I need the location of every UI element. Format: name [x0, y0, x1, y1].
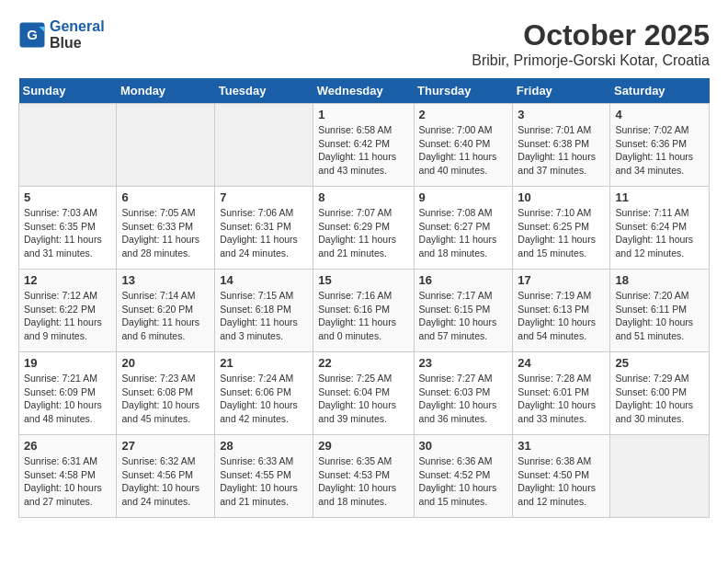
day-detail: Sunrise: 6:35 AM Sunset: 4:53 PM Dayligh… [318, 454, 408, 509]
day-detail: Sunrise: 6:33 AM Sunset: 4:55 PM Dayligh… [220, 454, 308, 509]
calendar-week-row: 26Sunrise: 6:31 AM Sunset: 4:58 PM Dayli… [19, 435, 710, 518]
calendar-cell: 12Sunrise: 7:12 AM Sunset: 6:22 PM Dayli… [19, 270, 117, 352]
calendar-cell: 15Sunrise: 7:16 AM Sunset: 6:16 PM Dayli… [313, 270, 414, 352]
day-number: 9 [419, 190, 508, 204]
day-number: 14 [220, 273, 308, 287]
calendar-week-row: 12Sunrise: 7:12 AM Sunset: 6:22 PM Dayli… [19, 270, 710, 352]
calendar-cell: 25Sunrise: 7:29 AM Sunset: 6:00 PM Dayli… [610, 352, 710, 435]
header-monday: Monday [117, 78, 215, 104]
day-number: 17 [518, 273, 605, 287]
day-detail: Sunrise: 7:12 AM Sunset: 6:22 PM Dayligh… [24, 289, 111, 343]
header-friday: Friday [513, 78, 610, 104]
day-detail: Sunrise: 6:32 AM Sunset: 4:56 PM Dayligh… [121, 454, 210, 509]
day-detail: Sunrise: 7:05 AM Sunset: 6:33 PM Dayligh… [121, 206, 210, 260]
calendar-cell: 2Sunrise: 7:00 AM Sunset: 6:40 PM Daylig… [414, 104, 513, 187]
calendar-cell: 9Sunrise: 7:08 AM Sunset: 6:27 PM Daylig… [414, 187, 513, 270]
day-number: 31 [518, 439, 605, 453]
day-number: 29 [318, 439, 408, 453]
day-number: 3 [518, 108, 605, 121]
svg-text:G: G [27, 27, 38, 42]
calendar-cell: 7Sunrise: 7:06 AM Sunset: 6:31 PM Daylig… [215, 187, 313, 270]
calendar-cell [215, 104, 313, 187]
day-detail: Sunrise: 7:19 AM Sunset: 6:13 PM Dayligh… [518, 289, 605, 343]
calendar-cell: 28Sunrise: 6:33 AM Sunset: 4:55 PM Dayli… [215, 435, 313, 518]
calendar-cell: 8Sunrise: 7:07 AM Sunset: 6:29 PM Daylig… [313, 187, 414, 270]
day-number: 5 [24, 190, 111, 204]
day-detail: Sunrise: 7:14 AM Sunset: 6:20 PM Dayligh… [121, 289, 210, 343]
calendar-cell: 16Sunrise: 7:17 AM Sunset: 6:15 PM Dayli… [414, 270, 513, 352]
calendar-cell: 23Sunrise: 7:27 AM Sunset: 6:03 PM Dayli… [414, 352, 513, 435]
calendar-week-row: 5Sunrise: 7:03 AM Sunset: 6:35 PM Daylig… [19, 187, 710, 270]
calendar-week-row: 1Sunrise: 6:58 AM Sunset: 6:42 PM Daylig… [19, 104, 710, 187]
calendar-cell: 31Sunrise: 6:38 AM Sunset: 4:50 PM Dayli… [513, 435, 610, 518]
day-number: 7 [220, 190, 308, 204]
day-number: 23 [419, 356, 508, 370]
header-thursday: Thursday [414, 78, 513, 104]
day-detail: Sunrise: 6:36 AM Sunset: 4:52 PM Dayligh… [419, 454, 508, 509]
day-detail: Sunrise: 7:17 AM Sunset: 6:15 PM Dayligh… [419, 289, 508, 343]
day-number: 28 [220, 439, 308, 453]
calendar-cell: 20Sunrise: 7:23 AM Sunset: 6:08 PM Dayli… [117, 352, 215, 435]
calendar-cell: 30Sunrise: 6:36 AM Sunset: 4:52 PM Dayli… [414, 435, 513, 518]
calendar-cell: 14Sunrise: 7:15 AM Sunset: 6:18 PM Dayli… [215, 270, 313, 352]
logo: G General Blue [18, 18, 105, 52]
calendar-cell: 5Sunrise: 7:03 AM Sunset: 6:35 PM Daylig… [19, 187, 117, 270]
day-detail: Sunrise: 7:24 AM Sunset: 6:06 PM Dayligh… [220, 372, 308, 426]
day-number: 22 [318, 356, 408, 370]
day-detail: Sunrise: 7:02 AM Sunset: 6:36 PM Dayligh… [615, 123, 704, 178]
day-number: 4 [615, 108, 704, 121]
page-title: October 2025 [472, 18, 710, 52]
calendar-cell [117, 104, 215, 187]
header-sunday: Sunday [19, 78, 117, 104]
day-detail: Sunrise: 7:21 AM Sunset: 6:09 PM Dayligh… [24, 372, 111, 426]
calendar-cell: 11Sunrise: 7:11 AM Sunset: 6:24 PM Dayli… [610, 187, 710, 270]
day-detail: Sunrise: 7:29 AM Sunset: 6:00 PM Dayligh… [615, 372, 704, 426]
day-number: 10 [518, 190, 605, 204]
day-detail: Sunrise: 6:38 AM Sunset: 4:50 PM Dayligh… [518, 454, 605, 509]
day-detail: Sunrise: 7:20 AM Sunset: 6:11 PM Dayligh… [615, 289, 704, 343]
calendar-cell: 3Sunrise: 7:01 AM Sunset: 6:38 PM Daylig… [513, 104, 610, 187]
day-number: 20 [121, 356, 210, 370]
day-detail: Sunrise: 7:06 AM Sunset: 6:31 PM Dayligh… [220, 206, 308, 260]
calendar-header-row: SundayMondayTuesdayWednesdayThursdayFrid… [19, 78, 710, 104]
day-detail: Sunrise: 6:31 AM Sunset: 4:58 PM Dayligh… [24, 454, 111, 509]
header-tuesday: Tuesday [215, 78, 313, 104]
day-number: 8 [318, 190, 408, 204]
day-number: 25 [615, 356, 704, 370]
day-number: 13 [121, 273, 210, 287]
calendar-cell: 29Sunrise: 6:35 AM Sunset: 4:53 PM Dayli… [313, 435, 414, 518]
calendar-cell: 27Sunrise: 6:32 AM Sunset: 4:56 PM Dayli… [117, 435, 215, 518]
page-subtitle: Bribir, Primorje-Gorski Kotar, Croatia [472, 52, 710, 69]
day-detail: Sunrise: 7:00 AM Sunset: 6:40 PM Dayligh… [419, 123, 508, 178]
day-detail: Sunrise: 7:15 AM Sunset: 6:18 PM Dayligh… [220, 289, 308, 343]
day-number: 21 [220, 356, 308, 370]
calendar-cell: 13Sunrise: 7:14 AM Sunset: 6:20 PM Dayli… [117, 270, 215, 352]
calendar-cell: 22Sunrise: 7:25 AM Sunset: 6:04 PM Dayli… [313, 352, 414, 435]
day-number: 1 [318, 108, 408, 121]
day-number: 16 [419, 273, 508, 287]
logo-icon: G [18, 21, 46, 49]
calendar-week-row: 19Sunrise: 7:21 AM Sunset: 6:09 PM Dayli… [19, 352, 710, 435]
day-number: 27 [121, 439, 210, 453]
page-header: G General Blue October 2025 Bribir, Prim… [18, 18, 710, 69]
day-detail: Sunrise: 7:10 AM Sunset: 6:25 PM Dayligh… [518, 206, 605, 260]
day-detail: Sunrise: 7:16 AM Sunset: 6:16 PM Dayligh… [318, 289, 408, 343]
day-detail: Sunrise: 6:58 AM Sunset: 6:42 PM Dayligh… [318, 123, 408, 178]
day-detail: Sunrise: 7:11 AM Sunset: 6:24 PM Dayligh… [615, 206, 704, 260]
calendar-cell: 10Sunrise: 7:10 AM Sunset: 6:25 PM Dayli… [513, 187, 610, 270]
header-wednesday: Wednesday [313, 78, 414, 104]
day-detail: Sunrise: 7:25 AM Sunset: 6:04 PM Dayligh… [318, 372, 408, 426]
calendar-cell [610, 435, 710, 518]
day-detail: Sunrise: 7:28 AM Sunset: 6:01 PM Dayligh… [518, 372, 605, 426]
title-block: October 2025 Bribir, Primorje-Gorski Kot… [472, 18, 710, 69]
calendar-cell: 6Sunrise: 7:05 AM Sunset: 6:33 PM Daylig… [117, 187, 215, 270]
day-number: 6 [121, 190, 210, 204]
day-detail: Sunrise: 7:27 AM Sunset: 6:03 PM Dayligh… [419, 372, 508, 426]
day-number: 2 [419, 108, 508, 121]
calendar-cell: 26Sunrise: 6:31 AM Sunset: 4:58 PM Dayli… [19, 435, 117, 518]
calendar-cell: 24Sunrise: 7:28 AM Sunset: 6:01 PM Dayli… [513, 352, 610, 435]
day-number: 26 [24, 439, 111, 453]
header-saturday: Saturday [610, 78, 710, 104]
logo-text: General Blue [50, 18, 105, 52]
calendar-cell [19, 104, 117, 187]
